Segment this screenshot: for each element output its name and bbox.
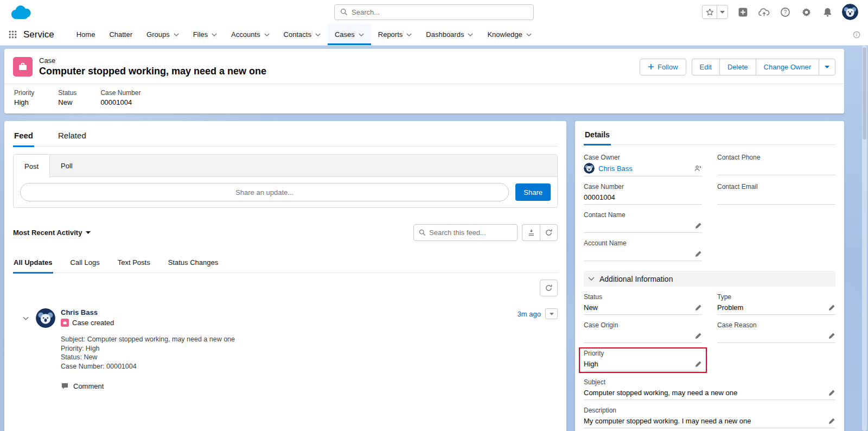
collapse-item-button[interactable]	[20, 312, 31, 324]
feed-action-label: Case created	[72, 319, 114, 327]
refresh-feed-list-button[interactable]	[540, 280, 558, 296]
summary-value: 00001004	[100, 98, 141, 106]
refresh-feed-button[interactable]	[540, 224, 558, 241]
share-update-input[interactable]	[20, 183, 509, 201]
chevron-down-icon[interactable]	[174, 33, 179, 36]
feed-timestamp[interactable]: 3m ago	[518, 310, 541, 318]
chevron-down-icon[interactable]	[468, 33, 473, 36]
chevron-down-icon[interactable]	[526, 33, 532, 36]
filter-all-updates[interactable]: All Updates	[13, 257, 53, 274]
help-button[interactable]: ?	[778, 5, 792, 18]
tab-post[interactable]: Post	[14, 155, 50, 178]
change-owner-button[interactable]: Change Owner	[756, 59, 819, 75]
nav-tab-groups[interactable]: Groups	[139, 24, 186, 45]
nav-tab-accounts[interactable]: Accounts	[224, 24, 276, 45]
field-case-origin: Case Origin	[584, 315, 702, 343]
filter-call-logs[interactable]: Call Logs	[70, 257, 100, 272]
briefcase-glyph	[62, 320, 67, 325]
case-owner-link[interactable]: Chris Bass	[598, 164, 633, 173]
owner-avatar	[584, 163, 595, 174]
summary-value: New	[58, 98, 76, 106]
scrollbar-thumb[interactable]	[863, 47, 866, 140]
nav-tab-dashboards[interactable]: Dashboards	[419, 24, 480, 45]
empty-cell	[717, 343, 835, 372]
change-owner-icon[interactable]	[694, 164, 702, 173]
edit-pencil-icon[interactable]	[828, 389, 835, 396]
field-value: High	[584, 360, 598, 368]
feed-author-link[interactable]: Chris Bass	[61, 308, 114, 316]
feed-item-menu-button[interactable]	[545, 308, 558, 319]
chevron-down-icon[interactable]	[212, 33, 217, 36]
nav-info-icon[interactable]	[853, 24, 868, 45]
feed-body-line: Case Number: 00001004	[61, 362, 558, 371]
app-launcher-button[interactable]	[9, 24, 17, 45]
field-label: Case Number	[584, 183, 702, 191]
nav-tab-label: Chatter	[109, 30, 132, 39]
edit-pencil-icon[interactable]	[695, 222, 702, 229]
feed-search[interactable]	[413, 224, 518, 241]
tab-poll[interactable]: Poll	[50, 155, 84, 176]
chevron-down-icon[interactable]	[264, 33, 270, 36]
field-priority: Priority High	[580, 348, 706, 372]
nav-tab-files[interactable]: Files	[186, 24, 224, 45]
favorites-star-button[interactable]	[703, 5, 717, 18]
global-search-input[interactable]	[352, 8, 528, 16]
nav-tab-knowledge[interactable]: Knowledge	[480, 24, 538, 45]
user-avatar-icon	[584, 163, 595, 174]
edit-button[interactable]: Edit	[692, 59, 719, 75]
salesforce-logo[interactable]	[10, 4, 33, 20]
nav-tab-chatter[interactable]: Chatter	[102, 24, 139, 45]
collapse-posts-button[interactable]	[522, 224, 540, 241]
field-label: Type	[717, 293, 835, 301]
follow-button[interactable]: Follow	[640, 59, 686, 75]
user-avatar-button[interactable]	[842, 4, 858, 20]
edit-pencil-icon[interactable]	[695, 304, 702, 311]
edit-pencil-icon[interactable]	[695, 360, 702, 367]
field-label: Priority	[584, 350, 702, 357]
feed-sort-dropdown[interactable]: Most Recent Activity	[13, 229, 91, 237]
tab-feed[interactable]: Feed	[13, 129, 34, 147]
global-search[interactable]	[334, 4, 534, 20]
field-label: Case Reason	[717, 321, 835, 329]
feed-author-avatar[interactable]	[36, 308, 55, 328]
edit-pencil-icon[interactable]	[695, 332, 702, 339]
field-type: Type Problem	[717, 287, 835, 315]
feed-search-input[interactable]	[429, 229, 512, 237]
edit-pencil-icon[interactable]	[695, 250, 702, 257]
tab-details[interactable]: Details	[584, 129, 611, 145]
nav-tab-cases[interactable]: Cases	[328, 24, 371, 45]
chevron-down-icon[interactable]	[315, 33, 321, 36]
vertical-scrollbar[interactable]	[862, 46, 867, 431]
search-icon	[340, 8, 348, 16]
additional-information-section[interactable]: Additional Information	[584, 271, 835, 287]
bell-icon	[822, 7, 833, 17]
setup-gear-button[interactable]	[800, 5, 813, 18]
chevron-down-icon[interactable]	[359, 33, 364, 36]
field-contact-email: Contact Email	[717, 176, 835, 205]
tab-related[interactable]: Related	[57, 129, 87, 146]
chevron-down-icon[interactable]	[406, 33, 412, 36]
nav-tab-contacts[interactable]: Contacts	[277, 24, 328, 45]
nav-tab-reports[interactable]: Reports	[371, 24, 419, 45]
quick-create-button[interactable]	[736, 5, 749, 18]
chevron-down-icon	[23, 316, 29, 320]
delete-button[interactable]: Delete	[719, 59, 756, 75]
edit-pencil-icon[interactable]	[828, 332, 835, 339]
notifications-button[interactable]	[821, 5, 834, 18]
favorites-expand-button[interactable]	[717, 5, 727, 18]
nav-tab-label: Cases	[335, 30, 355, 39]
more-actions-button[interactable]	[819, 59, 835, 75]
filter-text-posts[interactable]: Text Posts	[117, 257, 151, 272]
cloud-upload-button[interactable]	[757, 5, 770, 18]
nav-tab-home[interactable]: Home	[69, 24, 103, 45]
filter-status-changes[interactable]: Status Changes	[168, 257, 219, 272]
user-avatar-icon	[36, 308, 55, 328]
share-button[interactable]: Share	[515, 183, 551, 201]
edit-pencil-icon[interactable]	[828, 304, 835, 311]
edit-label: Edit	[700, 63, 712, 71]
nav-tab-label: Groups	[146, 30, 170, 39]
delete-label: Delete	[727, 63, 748, 71]
comment-button[interactable]: Comment	[61, 382, 558, 390]
case-icon	[61, 319, 69, 327]
edit-pencil-icon[interactable]	[828, 417, 835, 424]
